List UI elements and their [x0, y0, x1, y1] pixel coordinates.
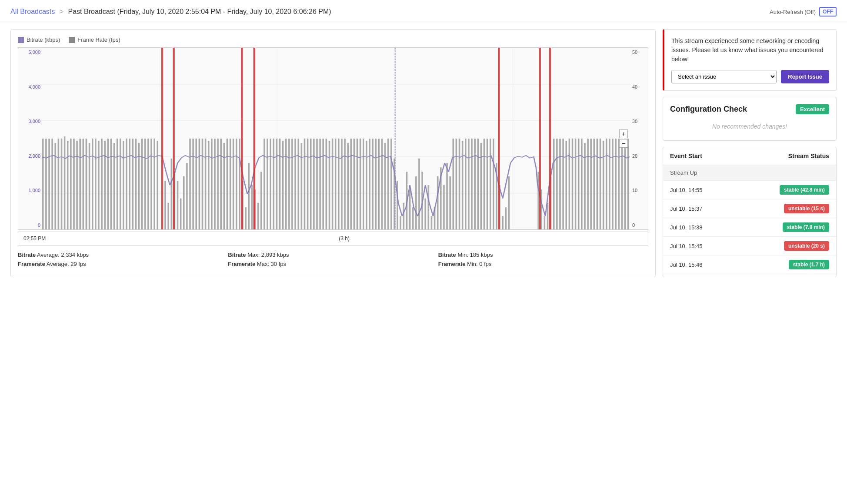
svg-rect-143 [459, 139, 460, 229]
svg-rect-169 [565, 141, 567, 229]
svg-rect-179 [597, 139, 598, 229]
svg-rect-167 [559, 139, 561, 229]
status-badge: stable (1.7 h) [789, 260, 829, 269]
svg-rect-147 [471, 139, 473, 229]
svg-rect-26 [92, 139, 93, 229]
svg-rect-28 [98, 141, 100, 229]
svg-rect-45 [150, 139, 152, 229]
svg-rect-103 [335, 139, 337, 229]
legend-bitrate: Bitrate (kbps) [18, 36, 60, 43]
svg-rect-121 [390, 139, 392, 229]
zoom-controls: + − [619, 129, 628, 148]
zoom-out-button[interactable]: − [619, 139, 628, 148]
issue-description: This stream experienced some networking … [671, 36, 829, 64]
svg-rect-129 [415, 176, 417, 229]
events-card: Event Start Stream Status Stream Up Jul … [663, 147, 837, 277]
svg-rect-74 [245, 207, 247, 229]
svg-rect-11 [45, 139, 47, 229]
svg-rect-13 [51, 139, 53, 229]
event-row: Jul 10, 15:46 stable (1.7 h) [663, 255, 836, 274]
svg-rect-97 [316, 139, 318, 229]
all-broadcasts-link[interactable]: All Broadcasts [10, 8, 55, 15]
legend-framerate: Frame Rate (fps) [69, 36, 120, 43]
svg-rect-40 [135, 139, 137, 229]
svg-rect-52 [177, 181, 179, 229]
svg-rect-120 [387, 139, 389, 229]
svg-rect-27 [95, 139, 97, 229]
breadcrumb-separator: > [60, 8, 63, 15]
svg-rect-34 [117, 139, 118, 229]
stat-framerate-avg-value: Average: 29 fps [47, 261, 86, 267]
issue-card: This stream experienced some networking … [663, 29, 837, 91]
svg-rect-25 [89, 143, 90, 229]
svg-rect-140 [449, 176, 451, 229]
svg-rect-46 [153, 139, 155, 229]
auto-refresh-toggle[interactable]: OFF [819, 7, 837, 17]
svg-rect-151 [484, 139, 485, 229]
svg-rect-136 [437, 176, 439, 229]
svg-rect-118 [381, 139, 383, 229]
svg-rect-38 [129, 139, 130, 229]
time-duration: (3 h) [46, 235, 643, 242]
svg-rect-47 [157, 141, 158, 229]
event-time: Jul 10, 15:46 [670, 262, 760, 268]
svg-rect-141 [453, 139, 454, 229]
svg-rect-178 [594, 139, 595, 229]
report-issue-button[interactable]: Report Issue [781, 70, 829, 83]
svg-rect-130 [418, 159, 420, 229]
event-status: unstable (20 s) [760, 241, 829, 251]
issue-actions: Select an issue Dropped frames High late… [671, 70, 829, 83]
stat-framerate-avg-label: Framerate [18, 261, 45, 267]
svg-rect-32 [110, 139, 112, 229]
event-row: Jul 10, 15:37 unstable (15 s) [663, 199, 836, 218]
svg-rect-94 [307, 139, 309, 229]
svg-rect-56 [189, 139, 191, 229]
svg-rect-16 [61, 139, 63, 229]
svg-rect-125 [403, 203, 405, 229]
zoom-in-button[interactable]: + [619, 129, 628, 138]
svg-rect-170 [569, 139, 570, 229]
svg-rect-110 [357, 139, 358, 229]
svg-rect-37 [126, 139, 127, 229]
svg-rect-10 [42, 139, 44, 229]
svg-rect-116 [375, 139, 377, 229]
svg-rect-89 [291, 139, 293, 229]
svg-rect-113 [366, 141, 367, 229]
svg-rect-62 [208, 141, 210, 229]
svg-rect-142 [456, 139, 457, 229]
svg-rect-83 [273, 139, 275, 229]
svg-rect-80 [263, 139, 265, 229]
svg-rect-145 [465, 139, 467, 229]
svg-rect-115 [372, 139, 373, 229]
svg-rect-133 [428, 185, 430, 229]
chart-legend: Bitrate (kbps) Frame Rate (fps) [18, 36, 648, 43]
event-time: Jul 10, 15:38 [670, 224, 760, 231]
auto-refresh-label: Auto-Refresh (Off) [770, 9, 816, 15]
event-rows-container: Jul 10, 14:55 stable (42.8 min) Jul 10, … [663, 181, 836, 274]
svg-rect-100 [326, 139, 327, 229]
svg-rect-185 [615, 139, 617, 229]
svg-rect-81 [267, 139, 268, 229]
svg-rect-70 [233, 139, 234, 229]
event-status: unstable (15 s) [760, 204, 829, 213]
svg-rect-152 [487, 139, 488, 229]
y-axis-right: 50 40 30 20 10 0 [630, 48, 648, 229]
svg-rect-75 [248, 163, 250, 229]
svg-rect-166 [556, 139, 558, 229]
svg-rect-154 [493, 139, 494, 229]
issue-select[interactable]: Select an issue Dropped frames High late… [671, 70, 777, 83]
svg-rect-109 [353, 139, 355, 229]
event-status: stable (42.8 min) [760, 185, 829, 195]
svg-rect-182 [606, 139, 607, 229]
stat-bitrate-min: Bitrate Min: 185 kbps [438, 252, 648, 258]
svg-rect-86 [282, 141, 284, 229]
svg-rect-78 [257, 203, 259, 229]
svg-rect-79 [260, 172, 262, 229]
svg-rect-76 [251, 185, 253, 229]
svg-rect-159 [508, 176, 510, 229]
y-right-2: 30 [632, 119, 648, 124]
svg-rect-44 [147, 139, 149, 229]
config-header: Configuration Check Excellent [670, 104, 829, 114]
svg-rect-31 [107, 139, 109, 229]
svg-rect-53 [180, 199, 182, 229]
